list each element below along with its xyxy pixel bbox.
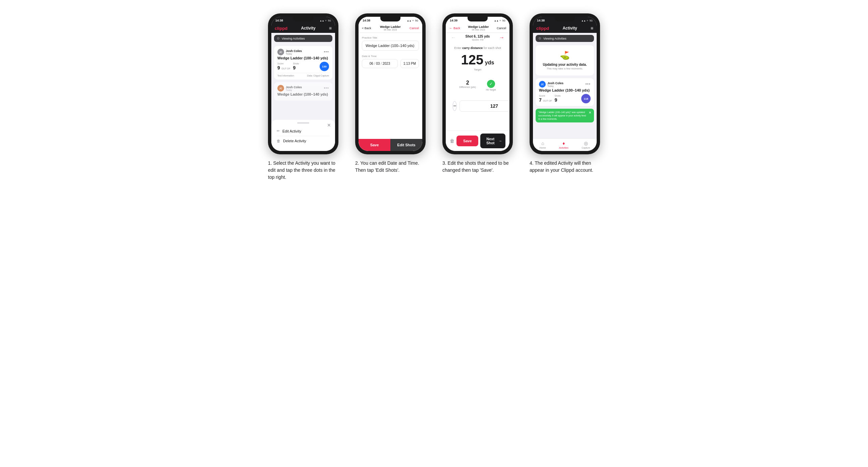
caption-2: 2. You can edit Date and Time. Then tap … bbox=[355, 160, 426, 174]
p2-cancel-btn[interactable]: Cancel bbox=[409, 27, 419, 30]
p3-header: ← Back Wedge Ladder 06 Mar 2023 Cancel bbox=[446, 24, 509, 33]
p4-viewing-label: Viewing Activities bbox=[543, 37, 566, 40]
p4-activity-card: JC Josh Coles Today ••• Wedge Ladder (10… bbox=[536, 78, 594, 106]
status-time-3: 14:39 bbox=[450, 19, 458, 22]
time-input[interactable]: 1:13 PM bbox=[400, 59, 419, 68]
filter-icon-4: ⚙ bbox=[538, 37, 541, 40]
home-tab-icon: ⌂ bbox=[541, 141, 544, 146]
decrement-btn[interactable]: − bbox=[453, 101, 457, 111]
hit-target-stat: ✓ Hit Target bbox=[486, 80, 496, 91]
status-icons-2: ▲▲ ᯤ 5G bbox=[407, 20, 418, 22]
delete-shot-icon[interactable]: 🗑 bbox=[450, 138, 455, 144]
next-shot-button[interactable]: Next Shot → bbox=[480, 133, 505, 148]
p1-logo: clippd bbox=[275, 26, 287, 31]
score-value: 9 bbox=[277, 65, 280, 70]
practice-title-input[interactable]: Wedge Ladder (100–140 yds) bbox=[362, 40, 419, 51]
toast-message: "Wedge Ladder (100–140 yds)" was updated… bbox=[538, 111, 587, 120]
p4-user-date: Today bbox=[547, 85, 563, 87]
shot-quality-badge-1: 130 bbox=[320, 62, 329, 71]
p2-header-title: Wedge Ladder bbox=[380, 25, 401, 29]
next-shot-label: Next Shot bbox=[484, 137, 497, 145]
p2-header: < Back Wedge Ladder 06 Mar 2023 Cancel bbox=[359, 24, 422, 33]
p4-shots-label: Shots bbox=[555, 95, 561, 97]
user-details-2: Josh Coles Today bbox=[286, 86, 302, 91]
shot-distance-input[interactable] bbox=[460, 100, 509, 112]
p3-back-btn[interactable]: ← Back bbox=[449, 26, 460, 30]
distance-display: 125 yds bbox=[451, 52, 504, 67]
phone-frame-1: 14:38 ▲▲ ᯤ 5G clippd Activity ≡ ⚙ Viewin… bbox=[268, 13, 338, 154]
caption-3: 3. Edit the shots that need to be change… bbox=[442, 160, 513, 174]
target-label: Target bbox=[451, 68, 504, 71]
sheet-close[interactable]: ✕ bbox=[327, 122, 331, 128]
p4-shots-value: 9 bbox=[555, 97, 557, 103]
date-day-input[interactable]: 06 / 03 / 2023 bbox=[362, 59, 398, 68]
p4-menu-icon[interactable]: ≡ bbox=[591, 26, 593, 31]
next-shot-arrow[interactable]: → bbox=[499, 35, 504, 41]
p4-score-value: 7 bbox=[539, 97, 542, 103]
home-tab-label: Home bbox=[540, 147, 546, 149]
bottom-sheet: ✕ ✏ Edit Activity 🗑 Delete Activity bbox=[271, 120, 335, 151]
p1-menu-icon[interactable]: ≡ bbox=[329, 26, 332, 31]
p2-back-btn[interactable]: < Back bbox=[362, 27, 371, 30]
status-time-2: 14:38 bbox=[363, 19, 370, 22]
p2-content: Practice Title Wedge Ladder (100–140 yds… bbox=[359, 33, 422, 139]
shot-subtitle: Score 7/9 bbox=[466, 38, 490, 41]
p2-edit-shots-button[interactable]: Edit Shots bbox=[391, 139, 422, 151]
tab-capture[interactable]: ◎ Capture bbox=[582, 141, 590, 149]
distance-unit: yds bbox=[485, 60, 494, 65]
status-icons-1: ▲▲ ᯤ 5G bbox=[320, 20, 331, 22]
tab-activities[interactable]: ♦ Activities bbox=[559, 141, 568, 149]
next-shot-arrow-icon: → bbox=[498, 139, 502, 143]
p4-card-title: Wedge Ladder (100–140 yds) bbox=[539, 88, 591, 92]
capture-tab-icon: ◎ bbox=[584, 141, 588, 146]
card-stats-1: Score 9 OUT OF Shots 9 130 bbox=[277, 62, 329, 71]
activities-tab-label: Activities bbox=[559, 147, 568, 149]
user-date-2: Today bbox=[286, 89, 302, 91]
activities-tab-icon: ♦ bbox=[562, 141, 565, 146]
phone-screen-3: 14:39 ▲▲ ᯤ 5G ← Back Wedge Ladder 06 Mar… bbox=[446, 17, 509, 151]
p3-input-row: − + bbox=[448, 98, 507, 115]
p2-save-button[interactable]: Save bbox=[359, 139, 391, 151]
status-icons-3: ▲▲ ᯤ 5G bbox=[494, 20, 505, 22]
phone-section-2: 14:38 ▲▲ ᯤ 5G < Back Wedge Ladder 06 Mar… bbox=[352, 13, 429, 174]
card-dots-1[interactable]: ••• bbox=[324, 50, 329, 54]
p4-card-dots[interactable]: ••• bbox=[585, 82, 591, 87]
activity-card-2: JC Josh Coles Today ••• Wedge Ladder (10… bbox=[274, 82, 332, 101]
date-month: 03 bbox=[376, 62, 380, 65]
carry-instruction: Enter carry distance for each shot bbox=[451, 46, 504, 50]
date-year: 2023 bbox=[383, 62, 390, 65]
score-section: Score 9 OUT OF bbox=[277, 62, 290, 71]
shots-label: Shots bbox=[293, 62, 299, 65]
toast-close-icon[interactable]: ✕ bbox=[589, 111, 591, 115]
p1-viewing-bar: ⚙ Viewing Activities bbox=[274, 35, 332, 42]
p3-back-text: Back bbox=[454, 27, 460, 30]
edit-activity-label: Edit Activity bbox=[282, 129, 301, 133]
difference-value: 2 bbox=[459, 80, 475, 86]
phone-screen-1: 14:38 ▲▲ ᯤ 5G clippd Activity ≡ ⚙ Viewin… bbox=[271, 17, 335, 151]
hit-target-icon: ✓ bbox=[487, 80, 495, 88]
phone-screen-4: 14:38 ▲▲ ᯤ 5G clippd Activity ≡ ⚙ Viewin… bbox=[533, 17, 597, 151]
p3-distance-section: Enter carry distance for each shot 125 y… bbox=[446, 43, 509, 74]
shot-title: Shot 6, 125 yds bbox=[466, 35, 490, 38]
phone-section-1: 14:38 ▲▲ ᯤ 5G clippd Activity ≡ ⚙ Viewin… bbox=[265, 13, 342, 181]
tab-home[interactable]: ⌂ Home bbox=[540, 141, 546, 149]
p2-center-header: Wedge Ladder 06 Mar 2023 bbox=[380, 25, 401, 31]
p1-screen-content: JC Josh Coles Today ••• Wedge Ladder (10… bbox=[271, 44, 335, 151]
p3-center-header: Wedge Ladder 06 Mar 2023 bbox=[468, 25, 489, 31]
card-top-row-2: JC Josh Coles Today ••• bbox=[277, 85, 329, 92]
p3-save-button[interactable]: Save bbox=[457, 135, 478, 146]
score-label: Score bbox=[277, 62, 290, 65]
user-date-1: Today bbox=[286, 53, 302, 55]
p3-cancel-btn[interactable]: Cancel bbox=[497, 27, 506, 30]
card-dots-2[interactable]: ••• bbox=[324, 86, 329, 91]
p3-nav-arrows: ← Shot 6, 125 yds Score 7/9 → bbox=[446, 33, 509, 43]
out-of: OUT OF bbox=[281, 67, 290, 70]
status-icons-4: ▲▲ ᯤ 5G bbox=[581, 20, 593, 22]
edit-activity-item[interactable]: ✏ Edit Activity bbox=[277, 126, 330, 136]
delete-activity-item[interactable]: 🗑 Delete Activity bbox=[277, 136, 330, 146]
prev-shot-arrow[interactable]: ← bbox=[451, 35, 456, 41]
notch-1 bbox=[293, 17, 313, 22]
p4-shots-section: Shots 9 bbox=[555, 95, 561, 103]
user-details-1: Josh Coles Today bbox=[286, 49, 302, 55]
p4-out-of: OUT OF bbox=[543, 100, 552, 102]
